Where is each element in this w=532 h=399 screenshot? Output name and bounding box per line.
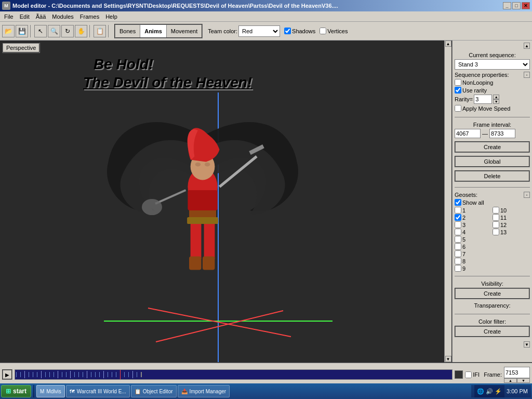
shadows-label: Shadows xyxy=(292,28,315,34)
vertices-checkbox[interactable] xyxy=(320,28,326,34)
cursor-tool[interactable]: ↖ xyxy=(34,25,47,37)
create-button[interactable]: Create xyxy=(455,141,530,153)
nonlooping-checkbox[interactable] xyxy=(455,79,461,86)
zoom-tool[interactable]: 🔍 xyxy=(48,25,60,37)
frame-end-input[interactable]: 8733 xyxy=(489,129,515,138)
ifi-checkbox[interactable] xyxy=(465,371,472,378)
tick xyxy=(103,371,104,378)
frame-dash: — xyxy=(482,130,488,137)
geo-8[interactable]: 8 xyxy=(455,258,492,264)
scrollbar-up-button[interactable]: ▲ xyxy=(445,41,451,47)
geo-3[interactable]: 3 xyxy=(455,221,492,228)
shadows-checkbox-label[interactable]: Shadows xyxy=(284,28,315,34)
taskbar-item-object-editor[interactable]: 📋 Object Editor xyxy=(131,385,177,397)
show-all-checkbox[interactable] xyxy=(455,199,461,206)
save-button[interactable]: 💾 xyxy=(16,25,28,37)
menu-help[interactable]: Help xyxy=(102,12,121,21)
delete-button[interactable]: Delete xyxy=(455,170,530,182)
tick xyxy=(20,372,21,378)
panel-scroll-up[interactable]: ▲ xyxy=(524,43,530,49)
show-all-label[interactable]: Show all xyxy=(455,199,530,206)
frame-up[interactable]: ▲ xyxy=(504,378,517,383)
menu-aaa[interactable]: Ãää xyxy=(33,12,49,21)
start-button[interactable]: ⊞ start xyxy=(1,385,31,397)
mdlvis-icon: M xyxy=(40,389,44,394)
taskbar-item-mdlvis[interactable]: M Mdlvis xyxy=(36,385,65,397)
geo-6[interactable]: 6 xyxy=(455,243,492,250)
apply-move-speed-checkbox[interactable] xyxy=(455,105,461,112)
frame-start-input[interactable]: 4067 xyxy=(455,129,481,138)
apply-move-speed-label[interactable]: Apply Move Speed xyxy=(455,105,530,112)
divider-4 xyxy=(455,314,530,314)
team-color-select[interactable]: Red Blue Green xyxy=(238,25,280,37)
show-all-text: Show all xyxy=(462,200,484,206)
geo-13[interactable]: 13 xyxy=(493,229,530,235)
play-button[interactable]: ▶ xyxy=(2,369,12,380)
geo-5[interactable]: 5 xyxy=(455,236,492,243)
import-manager-icon: 📥 xyxy=(181,389,188,394)
menu-file[interactable]: File xyxy=(1,12,17,21)
start-label: start xyxy=(13,388,26,395)
frame-down[interactable]: ▼ xyxy=(517,378,530,383)
rotate-tool[interactable]: ↻ xyxy=(61,25,74,37)
geoset-grid: 1 10 2 11 3 12 4 13 5 6 7 8 9 xyxy=(455,207,530,272)
seq-props-collapse[interactable]: - xyxy=(524,72,530,78)
tick xyxy=(99,372,100,378)
perspective-button[interactable]: Perspective xyxy=(2,43,40,53)
taskbar-item-import-manager[interactable]: 📥 Import Manager xyxy=(178,385,230,397)
close-button[interactable]: ✕ xyxy=(522,2,530,9)
movement-tab[interactable]: Movement xyxy=(167,25,202,37)
tick xyxy=(116,372,116,378)
titlebar-buttons[interactable]: _ □ ✕ xyxy=(503,2,530,9)
timeline-track[interactable] xyxy=(15,369,453,380)
tick xyxy=(29,372,29,378)
use-rarity-label[interactable]: Use rarity xyxy=(455,87,530,94)
shadows-checkbox[interactable] xyxy=(284,28,291,34)
scrollbar-down-button[interactable]: ▼ xyxy=(445,356,451,362)
tick xyxy=(33,372,33,378)
cf-create-button[interactable]: Create xyxy=(455,326,530,337)
geosets-collapse[interactable]: - xyxy=(524,192,530,198)
menu-frames[interactable]: Frames xyxy=(77,12,102,21)
tick xyxy=(112,372,112,378)
viewport[interactable]: Perspective Be Hold! The Devil of the He… xyxy=(0,41,451,362)
global-button[interactable]: Global xyxy=(455,156,530,167)
rarity-input[interactable]: 3 xyxy=(474,95,492,104)
apply-move-speed-text: Apply Move Speed xyxy=(462,105,510,112)
end-marker xyxy=(455,370,463,379)
panel-scroll-down[interactable]: ▼ xyxy=(524,341,530,348)
maximize-button[interactable]: □ xyxy=(512,2,521,9)
nonlooping-label[interactable]: NonLooping xyxy=(455,79,530,86)
rarity-up[interactable]: ▲ xyxy=(493,95,499,99)
open-button[interactable]: 📂 xyxy=(2,25,15,37)
frame-input[interactable]: 7153 xyxy=(504,367,530,378)
geo-12[interactable]: 12 xyxy=(493,221,530,228)
geo-10[interactable]: 10 xyxy=(493,207,530,214)
anims-tab[interactable]: Anims xyxy=(140,25,167,37)
geo-11[interactable]: 11 xyxy=(493,214,530,221)
geo-4[interactable]: 4 xyxy=(455,229,492,235)
menu-modules[interactable]: Modules xyxy=(49,12,77,21)
sequence-properties-section: Sequence properties: - NonLooping Use ra… xyxy=(455,72,530,113)
taskbar-item-warcraft[interactable]: 🗺 Warcraft III World E... xyxy=(66,385,130,397)
geo-9[interactable]: 9 xyxy=(455,265,492,272)
ifi-check[interactable]: IFI xyxy=(465,371,480,378)
playhead-tick xyxy=(120,370,121,379)
menu-edit[interactable]: Edit xyxy=(17,12,33,21)
tick xyxy=(24,371,25,378)
pan-tool[interactable]: ✋ xyxy=(75,25,87,37)
vis-create-button[interactable]: Create xyxy=(455,288,530,299)
vertices-checkbox-label[interactable]: Vertices xyxy=(320,28,348,34)
tray-icon-power: ⚡ xyxy=(494,387,502,395)
minimize-button[interactable]: _ xyxy=(503,2,511,9)
bones-tab[interactable]: Bones xyxy=(115,25,140,37)
geo-2[interactable]: 2 xyxy=(455,214,492,221)
rarity-down[interactable]: ▼ xyxy=(493,99,499,104)
geo-7[interactable]: 7 xyxy=(455,250,492,257)
geo-1[interactable]: 1 xyxy=(455,207,492,214)
sequence-dropdown[interactable]: Stand 3 Stand 1 Stand 2 Walk Attack 1 De… xyxy=(455,59,530,70)
tick-end xyxy=(141,372,142,378)
use-rarity-checkbox[interactable] xyxy=(455,87,461,94)
copy-button[interactable]: 📋 xyxy=(94,25,106,37)
rarity-spinner: ▲ ▼ xyxy=(493,95,499,104)
